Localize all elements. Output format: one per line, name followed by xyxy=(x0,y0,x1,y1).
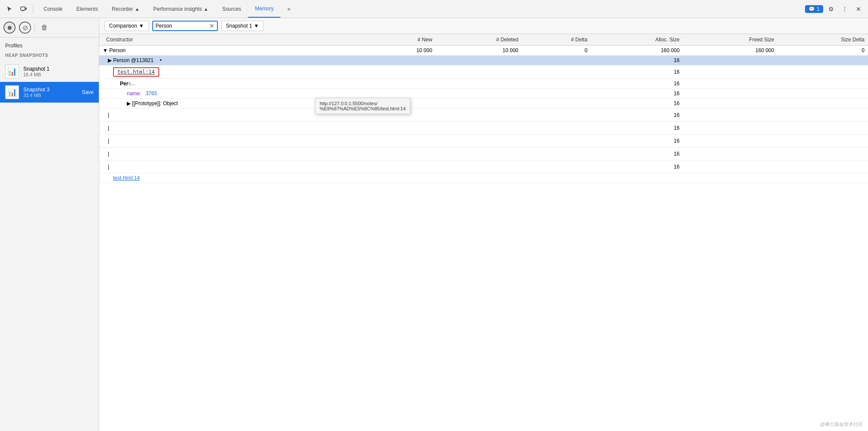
sub-per-cell: Pers... xyxy=(99,79,368,89)
col-new: # New xyxy=(368,34,436,46)
col-deleted: # Deleted xyxy=(436,34,522,46)
link-box[interactable]: test.html:14 xyxy=(113,67,159,77)
empty-row-4: | 16 xyxy=(99,147,868,160)
sub-name-cell: name: 3765 xyxy=(99,89,368,99)
sub-row-name[interactable]: name: 3765 16 xyxy=(99,89,868,99)
sidebar: ⏺ ⊘ 🗑 Profiles HEAP SNAPSHOTS 📊 Snapshot… xyxy=(0,18,99,431)
kebab-icon[interactable]: ⋮ xyxy=(839,3,851,15)
settings-icon[interactable]: ⚙ xyxy=(825,3,837,15)
cursor-icon[interactable] xyxy=(3,3,16,15)
heap-snapshots-label: HEAP SNAPSHOTS xyxy=(0,51,99,61)
tab-memory[interactable]: Memory xyxy=(248,0,280,18)
person-alloc: 160 000 xyxy=(591,46,683,56)
snapshot-3-size: 33.4 MB xyxy=(23,93,78,98)
col-delta: # Delta xyxy=(522,34,591,46)
heap-table: Constructor # New # Deleted # Delta Allo… xyxy=(99,34,868,183)
search-input[interactable] xyxy=(156,23,208,29)
filter-bar: Comparison ▼ ✕ Snapshot 1 ▼ xyxy=(99,18,868,34)
bottom-link-cell: test.html:14 xyxy=(99,173,368,183)
separator xyxy=(33,5,33,13)
tab-sources[interactable]: Sources xyxy=(215,0,248,18)
svg-rect-1 xyxy=(25,8,26,9)
tooltip-line2: %E9%97%AD%E5%8C%85/test.html:14 xyxy=(320,106,406,111)
snapshot-3-info: Snapshot 3 33.4 MB xyxy=(23,87,78,98)
tab-elements[interactable]: Elements xyxy=(69,0,105,18)
tab-console[interactable]: Console xyxy=(37,0,69,18)
tab-performance[interactable]: Performance insights ▲ xyxy=(146,0,215,18)
col-constructor: Constructor xyxy=(99,34,368,46)
top-bar-right: 💬 1 ⚙ ⋮ ✕ xyxy=(805,3,865,15)
snapshot-chevron-icon: ▼ xyxy=(254,23,259,29)
snapshot-1-size: 16.4 MB xyxy=(23,72,94,77)
snapshot-3-icon: 📊 xyxy=(5,85,19,99)
person-constructor-cell: ▼ Person xyxy=(99,46,368,56)
chat-icon: 💬 xyxy=(808,6,815,12)
stop-button[interactable]: ⊘ xyxy=(19,22,31,34)
sub-row-per[interactable]: Pers... 16 xyxy=(99,79,868,89)
trash-button[interactable]: 🗑 xyxy=(38,22,50,34)
snapshot-3-name: Snapshot 3 xyxy=(23,87,78,93)
device-icon[interactable] xyxy=(17,3,29,15)
person-new: 10 000 xyxy=(368,46,436,56)
tab-recorder[interactable]: Recorder ▲ xyxy=(105,0,146,18)
link-row-alloc: 16 xyxy=(591,66,683,79)
snapshot-1-item[interactable]: 📊 Snapshot 1 16.4 MB xyxy=(0,61,99,82)
bottom-link-row[interactable]: test.html:14 xyxy=(99,173,868,183)
person-at-constructor: ▶ Person @113821 • xyxy=(99,56,368,66)
table-container[interactable]: Constructor # New # Deleted # Delta Allo… xyxy=(99,34,868,431)
performance-icon: ▲ xyxy=(204,6,208,12)
snapshot-3-item[interactable]: 📊 Snapshot 3 33.4 MB Save xyxy=(0,82,99,103)
col-size-delta: Size Delta xyxy=(777,34,868,46)
person-at-alloc: 16 xyxy=(591,56,683,66)
tooltip: http://127.0.0.1:5500/notes/ %E9%97%AD%E… xyxy=(315,98,410,114)
link-row[interactable]: test.html:14 16 xyxy=(99,66,868,79)
record-button[interactable]: ⏺ xyxy=(3,22,16,34)
empty-row-1: | 16 xyxy=(99,109,868,122)
comparison-select[interactable]: Comparison ▼ xyxy=(104,21,149,31)
bottom-link[interactable]: test.html:14 xyxy=(113,175,140,181)
snapshot-1-name: Snapshot 1 xyxy=(23,66,94,72)
col-alloc-size: Alloc. Size xyxy=(591,34,683,46)
recorder-icon: ▲ xyxy=(135,6,139,12)
clear-search-button[interactable]: ✕ xyxy=(209,22,214,29)
close-icon[interactable]: ✕ xyxy=(852,3,865,15)
chat-badge[interactable]: 💬 1 xyxy=(805,5,823,13)
watermark: @稀土掘金技术社区 xyxy=(820,421,863,428)
tooltip-line1: http://127.0.0.1:5500/notes/ xyxy=(320,101,406,106)
person-freed: 160 000 xyxy=(683,46,777,56)
empty-row-2: | 16 xyxy=(99,122,868,134)
snapshot-select[interactable]: Snapshot 1 ▼ xyxy=(221,21,264,31)
main-layout: ⏺ ⊘ 🗑 Profiles HEAP SNAPSHOTS 📊 Snapshot… xyxy=(0,18,868,431)
col-freed-size: Freed Size xyxy=(683,34,777,46)
sidebar-actions: ⏺ ⊘ 🗑 xyxy=(0,18,99,37)
tab-more[interactable]: » xyxy=(280,0,297,18)
person-delta: 0 xyxy=(522,46,591,56)
person-deleted: 10 000 xyxy=(436,46,522,56)
comparison-chevron-icon: ▼ xyxy=(139,23,144,29)
empty-row-5: | 16 xyxy=(99,160,868,173)
sidebar-sep xyxy=(35,23,35,32)
sub-row-prototype[interactable]: ▶ [[Prototype]]: Object 16 xyxy=(99,99,868,109)
search-box: ✕ xyxy=(152,21,218,31)
person-at-row[interactable]: ▶ Person @113821 • 16 xyxy=(99,56,868,66)
tab-list: Console Elements Recorder ▲ Performance … xyxy=(37,0,803,18)
link-cell: test.html:14 xyxy=(99,66,368,79)
empty-row-3: | 16 xyxy=(99,134,868,147)
content-area: Comparison ▼ ✕ Snapshot 1 ▼ Constructor … xyxy=(99,18,868,431)
table-header-row: Constructor # New # Deleted # Delta Allo… xyxy=(99,34,868,46)
snapshot-1-info: Snapshot 1 16.4 MB xyxy=(23,66,94,77)
save-link[interactable]: Save xyxy=(82,89,94,95)
top-bar: Console Elements Recorder ▲ Performance … xyxy=(0,0,868,18)
person-size-delta: 0 xyxy=(777,46,868,56)
person-row[interactable]: ▼ Person 10 000 10 000 0 160 000 160 000… xyxy=(99,46,868,56)
svg-rect-0 xyxy=(21,7,25,10)
profiles-label: Profiles xyxy=(0,37,99,51)
snapshot-1-icon: 📊 xyxy=(5,65,19,78)
